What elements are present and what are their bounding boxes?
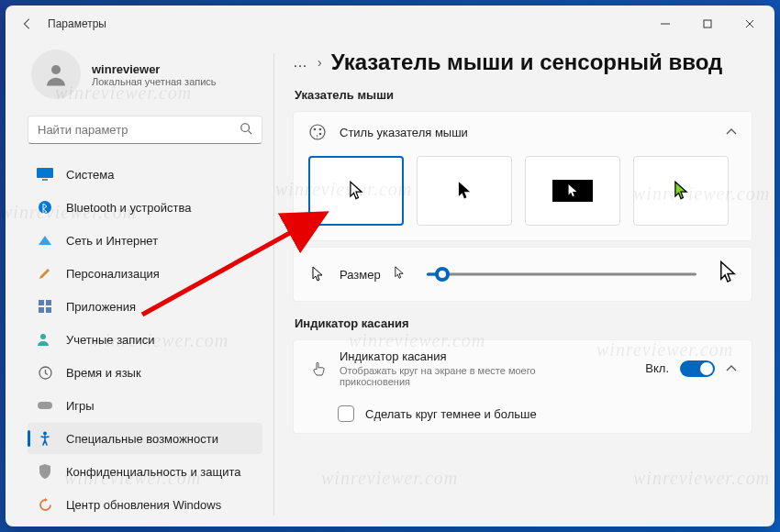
palette-icon: [308, 123, 327, 141]
sidebar-item-label: Система: [66, 168, 114, 182]
pointer-style-title: Стиль указателя мыши: [340, 126, 468, 139]
sidebar-item-bluetooth[interactable]: Bluetooth и устройства: [28, 192, 262, 223]
accounts-icon: [37, 331, 53, 348]
svg-rect-8: [42, 179, 48, 181]
sidebar-item-label: Сеть и Интернет: [66, 234, 158, 248]
touch-title: Индикатор касания: [340, 349, 596, 363]
pointer-style-white[interactable]: [308, 156, 404, 226]
search-icon: [240, 122, 252, 138]
update-icon: [37, 496, 53, 513]
sidebar-item-privacy[interactable]: Конфиденциальность и защита: [28, 456, 262, 487]
cursor-small-icon: [308, 265, 327, 283]
darker-checkbox[interactable]: [338, 405, 354, 422]
brush-icon: [37, 265, 53, 282]
clock-icon: [37, 364, 53, 381]
accessibility-icon: [37, 430, 53, 447]
profile-name: winreviewer: [92, 62, 217, 76]
apps-icon: [37, 298, 53, 315]
toggle-state-label: Вкл.: [645, 361, 669, 375]
wifi-icon: [37, 232, 53, 249]
pointer-size-row: Размер: [293, 247, 752, 302]
svg-rect-10: [39, 300, 44, 305]
search-input[interactable]: [38, 123, 240, 137]
breadcrumb-more[interactable]: …: [293, 54, 308, 71]
sidebar-item-label: Специальные возможности: [66, 432, 218, 446]
svg-rect-13: [46, 307, 51, 313]
svg-rect-1: [704, 20, 711, 28]
svg-line-6: [249, 131, 252, 135]
svg-point-19: [314, 128, 317, 131]
sidebar-item-label: Время и язык: [66, 366, 141, 380]
sidebar-item-label: Приложения: [66, 300, 136, 314]
sidebar-item-label: Центр обновления Windows: [66, 498, 221, 512]
gamepad-icon: [37, 397, 53, 414]
pointer-style-custom[interactable]: [633, 156, 729, 226]
pointer-style-inverted[interactable]: [525, 156, 620, 226]
sidebar-item-label: Игры: [66, 399, 95, 413]
touch-sub: Отображать круг на экране в месте моего …: [340, 365, 596, 387]
darker-label: Сделать круг темнее и больше: [365, 407, 537, 421]
avatar: [31, 50, 81, 99]
chevron-up-icon[interactable]: [726, 362, 737, 375]
svg-rect-12: [39, 307, 44, 313]
svg-point-17: [43, 432, 47, 436]
page-title: Указатель мыши и сенсорный ввод: [331, 50, 723, 75]
sidebar-item-label: Учетные записи: [66, 333, 154, 347]
chevron-up-icon: [726, 126, 737, 139]
touch-icon: [308, 360, 327, 378]
cursor-preview-small-icon: [394, 266, 405, 283]
svg-point-20: [319, 128, 322, 131]
touch-indicator-row[interactable]: Индикатор касания Отображать круг на экр…: [294, 340, 752, 396]
sidebar-item-label: Конфиденциальность и защита: [66, 465, 241, 479]
svg-point-4: [51, 65, 61, 74]
section-pointer: Указатель мыши: [295, 88, 752, 102]
size-slider[interactable]: [427, 265, 696, 283]
sidebar-item-time[interactable]: Время и язык: [28, 357, 262, 388]
sidebar-item-personalization[interactable]: Персонализация: [28, 258, 262, 289]
slider-thumb[interactable]: [435, 267, 450, 282]
chevron-right-icon: ›: [318, 55, 322, 70]
pointer-style-black[interactable]: [417, 156, 512, 226]
svg-point-14: [40, 334, 46, 339]
pointer-style-card: Стиль указателя мыши: [293, 111, 752, 241]
search-box[interactable]: [28, 116, 262, 144]
maximize-button[interactable]: [686, 9, 729, 39]
svg-point-18: [310, 125, 325, 139]
monitor-icon: [37, 166, 53, 183]
sidebar-item-label: Персонализация: [66, 267, 160, 281]
back-button[interactable]: [13, 9, 42, 39]
sidebar-item-accessibility[interactable]: Специальные возможности: [28, 423, 262, 454]
sidebar-item-network[interactable]: Сеть и Интернет: [28, 225, 262, 256]
sidebar-item-label: Bluetooth и устройства: [66, 201, 191, 215]
sidebar-item-update[interactable]: Центр обновления Windows: [28, 489, 262, 519]
sidebar-item-games[interactable]: Игры: [28, 390, 262, 421]
svg-rect-11: [46, 300, 51, 305]
svg-rect-7: [37, 168, 53, 178]
svg-rect-16: [38, 402, 52, 409]
touch-indicator-card: Индикатор касания Отображать круг на экр…: [293, 339, 752, 434]
minimize-button[interactable]: [644, 9, 686, 39]
sidebar-item-system[interactable]: Система: [28, 159, 262, 190]
close-button[interactable]: [729, 9, 771, 39]
cursor-preview-large-icon: [719, 260, 737, 288]
size-label: Размер: [340, 268, 381, 282]
svg-point-5: [241, 124, 250, 132]
sidebar-item-apps[interactable]: Приложения: [28, 291, 262, 322]
sidebar-item-accounts[interactable]: Учетные записи: [28, 324, 262, 355]
svg-point-21: [319, 133, 322, 136]
profile-sub: Локальная учетная запись: [92, 76, 217, 87]
bluetooth-icon: [37, 199, 53, 216]
section-touch: Индикатор касания: [295, 316, 752, 330]
window-title: Параметры: [48, 17, 106, 30]
touch-toggle[interactable]: [680, 360, 715, 377]
shield-icon: [37, 463, 53, 480]
profile-block[interactable]: winreviewer Локальная учетная запись: [28, 42, 262, 116]
pointer-style-header[interactable]: Стиль указателя мыши: [294, 112, 752, 152]
